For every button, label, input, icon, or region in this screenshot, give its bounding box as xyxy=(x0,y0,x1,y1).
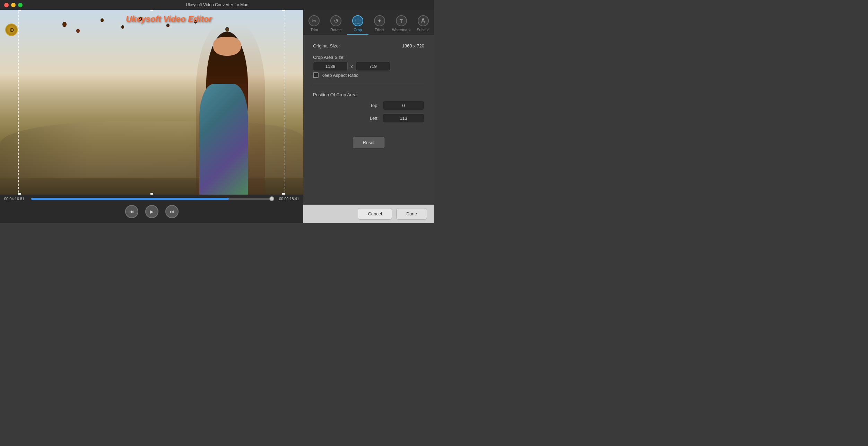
top-input[interactable] xyxy=(383,101,424,110)
tab-crop-label: Crop xyxy=(354,28,362,32)
tab-trim[interactable]: ✂ Trim xyxy=(303,12,325,35)
tab-subtitle-label: Subtitle xyxy=(417,28,429,32)
tab-effect[interactable]: ✦ Effect xyxy=(368,12,390,35)
crop-height-input[interactable] xyxy=(356,62,390,71)
crop-settings: Original Size: 1360 x 720 Crop Area Size… xyxy=(303,35,434,205)
crop-icon: ⬚ xyxy=(352,15,363,26)
progress-thumb[interactable] xyxy=(269,196,274,201)
video-overlay-text: Ukeysoft Video Editor xyxy=(126,14,212,24)
minimize-button[interactable] xyxy=(11,3,16,7)
left-field: Left: xyxy=(313,114,424,123)
crop-area-section: Crop Area Size: x Keep Aspect Ratio xyxy=(313,54,424,78)
left-input[interactable] xyxy=(383,114,424,123)
cancel-button[interactable]: Cancel xyxy=(358,208,392,220)
tab-watermark-label: Watermark xyxy=(392,28,410,32)
tabs-bar: ✂ Trim ↺ Rotate ⬚ Crop ✦ Effect T Waterm… xyxy=(303,10,434,35)
original-size-value: 1360 x 720 xyxy=(402,43,424,48)
tab-rotate[interactable]: ↺ Rotate xyxy=(325,12,347,35)
trim-icon: ✂ xyxy=(309,15,320,26)
tab-trim-label: Trim xyxy=(311,28,318,32)
size-row: x xyxy=(313,62,424,71)
crop-width-input[interactable] xyxy=(313,62,348,71)
rotate-icon: ↺ xyxy=(330,15,341,26)
video-frame: Ukeysoft Video Editor xyxy=(0,10,303,195)
original-size-row: Original Size: 1360 x 720 xyxy=(313,43,424,48)
crop-area-label: Crop Area Size: xyxy=(313,55,345,60)
size-x-separator: x xyxy=(350,64,353,69)
left-label: Left: xyxy=(365,116,379,121)
divider xyxy=(313,85,424,85)
tab-effect-label: Effect xyxy=(375,28,384,32)
close-button[interactable] xyxy=(4,3,9,7)
progress-track[interactable] xyxy=(31,198,272,200)
titlebar: Ukeysoft Video Converter for Mac xyxy=(0,0,434,10)
app-title: Ukeysoft Video Converter for Mac xyxy=(186,2,248,7)
position-title: Position Of Crop Area: xyxy=(313,92,424,97)
app-logo: ⊙ xyxy=(5,24,18,36)
video-area: Ukeysoft Video Editor xyxy=(0,10,303,195)
reset-button[interactable]: Reset xyxy=(353,137,385,148)
right-panel: ✂ Trim ↺ Rotate ⬚ Crop ✦ Effect T Waterm… xyxy=(303,10,434,223)
action-bar: Cancel Done xyxy=(303,205,434,223)
keep-aspect-label: Keep Aspect Ratio xyxy=(321,73,358,78)
progress-fill xyxy=(31,198,229,200)
effect-icon: ✦ xyxy=(374,15,385,26)
prev-button[interactable]: ⏮ xyxy=(125,205,138,218)
position-section: Position Of Crop Area: Top: Left: xyxy=(313,92,424,123)
time-row: 00:04:16.81 00:00:18.41 xyxy=(4,197,299,201)
controls-bar: 00:04:16.81 00:00:18.41 ⏮ ▶ ⏭ xyxy=(0,195,303,223)
tab-rotate-label: Rotate xyxy=(330,28,341,32)
aspect-row: Keep Aspect Ratio xyxy=(313,72,424,78)
keep-aspect-checkbox[interactable] xyxy=(313,72,319,78)
main-container: ⊙ xyxy=(0,10,434,223)
watermark-icon: T xyxy=(396,15,407,26)
top-label: Top: xyxy=(365,103,379,108)
original-size-label: Original Size: xyxy=(313,43,355,48)
next-button[interactable]: ⏭ xyxy=(165,205,179,218)
tab-subtitle[interactable]: A Subtitle xyxy=(412,12,434,35)
current-time: 00:04:16.81 xyxy=(4,197,28,201)
remaining-time: 00:00:18.41 xyxy=(275,197,299,201)
play-button[interactable]: ▶ xyxy=(145,205,158,218)
video-panel: ⊙ xyxy=(0,10,303,223)
playback-controls: ⏮ ▶ ⏭ xyxy=(4,202,299,221)
window-controls xyxy=(4,3,23,7)
top-field: Top: xyxy=(313,101,424,110)
subtitle-icon: A xyxy=(418,15,429,26)
done-button[interactable]: Done xyxy=(396,208,427,220)
tab-crop[interactable]: ⬚ Crop xyxy=(347,12,369,35)
maximize-button[interactable] xyxy=(18,3,23,7)
tab-watermark[interactable]: T Watermark xyxy=(390,12,412,35)
